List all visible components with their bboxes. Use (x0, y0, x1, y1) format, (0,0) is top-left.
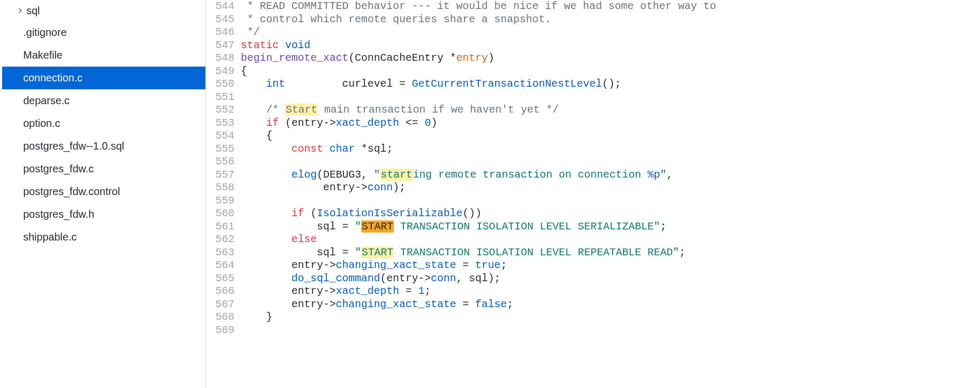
file-label: connection.c (23, 72, 82, 84)
code-line[interactable]: /* Start main transaction if we haven't … (241, 104, 980, 117)
file-label: postgres_fdw.c (23, 163, 93, 175)
code-token: (DEBUG3, (317, 169, 374, 181)
code-line[interactable]: begin_remote_xact(ConnCacheEntry *entry) (241, 52, 980, 65)
code-token: xact_depth (336, 117, 399, 129)
line-number: 545 (215, 13, 234, 26)
line-number: 544 (215, 0, 234, 13)
code-line[interactable]: entry->changing_xact_state = false; (241, 298, 980, 311)
code-token (241, 78, 266, 90)
code-token: ); (393, 181, 406, 193)
code-token: " (660, 169, 666, 181)
code-token: = (456, 259, 475, 271)
file-row[interactable]: .gitignore (2, 21, 205, 44)
code-line[interactable]: { (241, 130, 980, 143)
code-token: int (266, 78, 285, 90)
chevron-right-icon (17, 7, 23, 14)
file-row[interactable]: postgres_fdw.h (2, 203, 205, 226)
code-line[interactable]: sql = "START TRANSACTION ISOLATION LEVEL… (241, 220, 980, 234)
file-row[interactable]: postgres_fdw--1.0.sql (2, 135, 205, 158)
file-label: deparse.c (23, 95, 70, 107)
code-token: elog (291, 169, 317, 181)
code-token: else (291, 233, 317, 245)
code-line[interactable]: * control which remote queries share a s… (241, 13, 980, 26)
code-line[interactable]: entry->xact_depth = 1; (241, 285, 980, 298)
code-line[interactable]: } (241, 311, 980, 324)
code-line[interactable]: sql = "START TRANSACTION ISOLATION LEVEL… (241, 246, 980, 260)
code-line[interactable]: entry->conn); (241, 181, 980, 195)
line-number: 551 (215, 91, 234, 104)
code-token: Start (285, 104, 318, 116)
line-number: 559 (215, 195, 234, 208)
code-token (279, 39, 285, 51)
code-token: 1 (418, 285, 425, 297)
code-line[interactable]: entry->changing_xact_state = true; (241, 259, 980, 272)
code-token: %p (647, 169, 660, 181)
file-row[interactable]: postgres_fdw.control (2, 180, 205, 203)
code-token: entry-> (241, 259, 336, 271)
code-token: ing remote transaction on connection (413, 169, 647, 181)
code-token: *sql; (355, 143, 393, 155)
code-line[interactable]: do_sql_command(entry->conn, sql); (241, 272, 980, 285)
code-token (323, 143, 329, 155)
code-token: static (241, 39, 279, 51)
code-token (241, 143, 291, 155)
code-token: begin_remote_xact (241, 52, 348, 64)
code-token: ; (660, 220, 666, 233)
code-token (241, 272, 291, 284)
code-token: { (241, 130, 272, 142)
code-line[interactable] (241, 324, 980, 337)
file-row[interactable]: option.c (2, 112, 205, 135)
code-line[interactable] (241, 155, 980, 169)
code-token: ; (501, 259, 507, 271)
line-number: 556 (215, 155, 234, 169)
file-row[interactable]: Makefile (2, 44, 205, 67)
line-number: 546 (215, 26, 234, 39)
code-area[interactable]: * READ COMMITTED behavior --- it would b… (241, 0, 980, 388)
code-line[interactable]: if (entry->xact_depth <= 0) (241, 117, 980, 130)
code-token: TRANSACTION ISOLATION LEVEL REPEATABLE R… (394, 246, 679, 258)
code-line[interactable]: int curlevel = GetCurrentTransactionNest… (241, 78, 980, 91)
code-token: = (456, 298, 475, 310)
code-token: ) (488, 52, 494, 64)
code-line[interactable]: { (241, 65, 980, 78)
code-line[interactable] (241, 195, 980, 208)
code-line[interactable]: const char *sql; (241, 143, 980, 156)
folder-row-sql[interactable]: sql (2, 0, 205, 21)
line-number: 554 (215, 130, 234, 143)
code-line[interactable]: elog(DEBUG3, "starting remote transactio… (241, 169, 980, 182)
code-line[interactable]: else (241, 233, 980, 246)
line-number: 547 (215, 39, 234, 52)
code-line[interactable]: if (IsolationIsSerializable()) (241, 207, 980, 220)
code-line[interactable]: * READ COMMITTED behavior --- it would b… (241, 0, 980, 13)
file-row[interactable]: deparse.c (2, 89, 205, 112)
file-row[interactable]: connection.c (2, 67, 205, 89)
line-number: 565 (215, 272, 234, 285)
line-number: 566 (215, 285, 234, 298)
file-tree-sidebar[interactable]: sql .gitignoreMakefileconnection.cdepars… (2, 0, 205, 388)
line-number: 569 (215, 324, 234, 337)
code-token: char (329, 143, 355, 155)
code-token: entry-> (241, 285, 336, 297)
file-row[interactable]: postgres_fdw.c (2, 158, 205, 180)
line-number: 552 (215, 104, 234, 117)
line-number: 561 (215, 220, 234, 234)
line-number: 560 (215, 207, 234, 220)
code-line[interactable] (241, 91, 980, 104)
code-token: (entry-> (380, 272, 431, 284)
line-number: 567 (215, 298, 234, 311)
code-token: if (266, 117, 279, 129)
file-list: .gitignoreMakefileconnection.cdeparse.co… (2, 21, 205, 248)
code-token: main transaction if we haven't yet */ (318, 104, 559, 116)
code-token: do_sql_command (291, 272, 380, 284)
file-row[interactable]: shippable.c (2, 226, 205, 248)
code-token: if (291, 207, 304, 219)
code-line[interactable]: static void (241, 39, 980, 52)
folder-label: sql (26, 5, 40, 17)
code-editor[interactable]: 5445455465475485495505515525535545555565… (205, 0, 980, 388)
code-token: changing_xact_state (336, 298, 456, 310)
code-token: true (475, 259, 501, 271)
code-token: , (666, 169, 673, 181)
code-token: " (355, 246, 361, 258)
code-line[interactable]: */ (241, 26, 980, 39)
code-token: ; (425, 285, 431, 297)
